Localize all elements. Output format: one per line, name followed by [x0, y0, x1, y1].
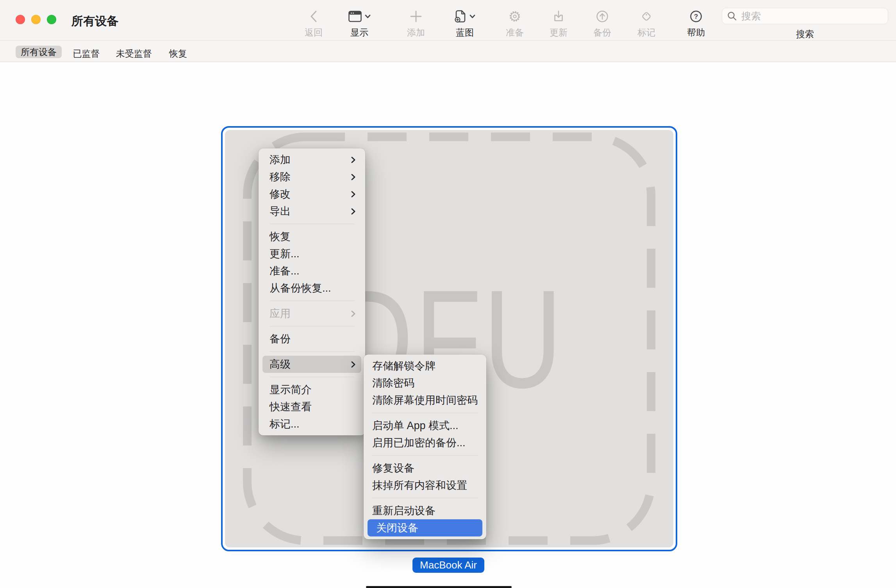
toolbar-tag-label: 标记: [637, 27, 655, 39]
tab-supervised[interactable]: 已监督: [73, 48, 100, 60]
window-title: 所有设备: [71, 13, 118, 29]
toolbar-help-button[interactable]: ? 帮助: [671, 7, 721, 39]
submenu-chevron-icon: [351, 310, 356, 317]
toolbar-search: 搜索: [722, 8, 888, 40]
search-icon: [727, 11, 737, 21]
submenu-chevron-icon: [351, 208, 356, 215]
menu-item-apps-disabled: 应用: [259, 305, 365, 322]
menu-item-update[interactable]: 更新...: [259, 245, 365, 262]
toolbar-blueprints-button[interactable]: 蓝图: [439, 7, 490, 39]
filter-tab-bar: 所有设备 已监督 未受监督 恢复: [0, 41, 896, 62]
close-window-button[interactable]: [16, 15, 25, 24]
toolbar-prepare-button: 准备: [489, 7, 540, 39]
menu-item-quick-look[interactable]: 快速查看: [259, 398, 365, 415]
search-input[interactable]: [741, 10, 883, 22]
menu-separator: [371, 455, 478, 456]
toolbar-add-label: 添加: [407, 27, 425, 39]
zoom-window-button[interactable]: [47, 15, 56, 24]
submenu-item-clear-passcode[interactable]: 清除密码: [364, 374, 486, 392]
menu-separator: [270, 224, 354, 224]
menu-item-modify[interactable]: 修改: [259, 185, 365, 203]
toolbar-backup-label: 备份: [593, 27, 611, 39]
advanced-submenu: 存储解锁令牌 清除密码 清除屏幕使用时间密码 启动单 App 模式... 启用已…: [364, 355, 486, 539]
submenu-item-erase-all-content[interactable]: 抹掉所有内容和设置: [364, 477, 486, 494]
toolbar-view-button[interactable]: 显示: [334, 7, 385, 39]
menu-separator: [371, 498, 478, 498]
menu-item-backup[interactable]: 备份: [259, 330, 365, 347]
submenu-chevron-icon: [351, 191, 356, 198]
submenu-item-restart-device[interactable]: 重新启动设备: [364, 502, 486, 519]
tab-recovery[interactable]: 恢复: [169, 48, 187, 60]
menu-item-tag[interactable]: 标记...: [259, 415, 365, 433]
menu-item-get-info[interactable]: 显示简介: [259, 381, 365, 398]
toolbar-tag-button: 标记: [621, 7, 672, 39]
menu-separator: [270, 326, 354, 326]
toolbar-help-label: 帮助: [687, 27, 705, 39]
svg-text:?: ?: [694, 13, 698, 20]
menu-item-restore[interactable]: 恢复: [259, 228, 365, 245]
submenu-chevron-icon: [351, 156, 356, 164]
menu-item-remove[interactable]: 移除: [259, 168, 365, 185]
menu-separator: [270, 301, 354, 301]
toolbar-update-button: 更新: [533, 7, 584, 39]
minimize-window-button[interactable]: [31, 15, 41, 24]
submenu-item-enable-encrypted-backups[interactable]: 启用已加密的备份...: [364, 434, 486, 451]
tab-all-devices[interactable]: 所有设备: [16, 46, 62, 58]
submenu-item-start-single-app-mode[interactable]: 启动单 App 模式...: [364, 417, 486, 434]
submenu-item-revive-device[interactable]: 修复设备: [364, 460, 486, 477]
device-name-badge[interactable]: MacBook Air: [412, 558, 484, 573]
toolbar-search-label: 搜索: [796, 28, 814, 40]
chevron-left-icon: [309, 7, 318, 26]
submenu-item-clear-screen-time-passcode[interactable]: 清除屏幕使用时间密码: [364, 392, 486, 409]
tag-icon: [640, 7, 653, 26]
chevron-down-icon: [469, 14, 475, 18]
tray-download-icon: [552, 7, 565, 26]
title-bar: 所有设备 返回 显示 添加: [0, 0, 896, 41]
search-field[interactable]: [722, 8, 888, 24]
toolbar-view-label: 显示: [350, 27, 368, 39]
menu-item-export[interactable]: 导出: [259, 203, 365, 220]
chevron-down-icon: [365, 14, 371, 18]
toolbar-add-button: 添加: [391, 7, 441, 39]
toolbar-back-label: 返回: [305, 27, 323, 39]
circle-up-arrow-icon: [596, 7, 609, 26]
context-menu: 添加 移除 修改 导出 恢复 更新... 准备... 从备份恢复... 应用 备…: [259, 148, 365, 435]
tab-unsupervised[interactable]: 未受监督: [116, 48, 152, 60]
submenu-chevron-icon: [351, 361, 356, 368]
menu-item-restore-from-backup[interactable]: 从备份恢复...: [259, 280, 365, 297]
submenu-item-shut-down-device-highlighted[interactable]: 关闭设备: [368, 519, 482, 536]
document-plus-icon: [455, 9, 466, 23]
menu-separator: [371, 413, 478, 413]
window-layout-icon: [348, 11, 362, 22]
menu-item-add[interactable]: 添加: [259, 151, 365, 168]
gear-icon: [508, 7, 522, 26]
toolbar-blueprints-label: 蓝图: [456, 27, 474, 39]
menu-separator: [270, 351, 354, 352]
question-circle-icon: ?: [689, 7, 703, 26]
toolbar-backup-button: 备份: [577, 7, 628, 39]
dock-indicator-bar: [366, 586, 512, 588]
menu-separator: [270, 377, 354, 377]
submenu-chevron-icon: [351, 173, 356, 181]
submenu-item-save-unlock-token[interactable]: 存储解锁令牌: [364, 357, 486, 374]
toolbar-back-button: 返回: [288, 7, 339, 39]
plus-icon: [410, 7, 422, 26]
toolbar-update-label: 更新: [550, 27, 568, 39]
menu-item-advanced-highlighted[interactable]: 高级: [262, 356, 361, 373]
toolbar-prepare-label: 准备: [506, 27, 524, 39]
menu-item-prepare[interactable]: 准备...: [259, 262, 365, 280]
